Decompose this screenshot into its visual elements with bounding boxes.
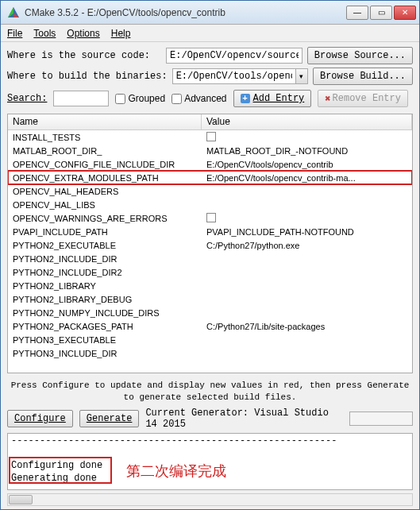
table-body[interactable]: INSTALL_TESTSMATLAB_ROOT_DIR_MATLAB_ROOT… [8, 130, 412, 373]
table-row[interactable]: PYTHON2_NUMPY_INCLUDE_DIRS [8, 306, 412, 319]
cell-name: PYTHON2_EXECUTABLE [8, 241, 202, 250]
cell-name: PYTHON2_LIBRARY_DEBUG [8, 295, 202, 304]
menu-tools[interactable]: Tools [33, 28, 56, 39]
source-label: Where is the source code: [7, 50, 150, 61]
table-row[interactable]: PVAPI_INCLUDE_PATHPVAPI_INCLUDE_PATH-NOT… [8, 225, 412, 238]
generator-label: Current Generator: Visual Studio 14 2015 [145, 408, 343, 430]
cell-value [202, 132, 412, 143]
close-button[interactable]: ✕ [394, 6, 416, 20]
column-value[interactable]: Value [202, 114, 412, 129]
cell-name: PYTHON2_INCLUDE_DIR [8, 254, 202, 264]
x-icon: ✖ [325, 93, 330, 105]
cell-name: PYTHON2_NUMPY_INCLUDE_DIRS [8, 308, 202, 318]
maximize-button[interactable]: ▭ [370, 6, 392, 20]
cell-name: PYTHON2_INCLUDE_DIR2 [8, 268, 202, 277]
advanced-checkbox[interactable]: Advanced [171, 93, 226, 104]
cell-name: OPENCV_HAL_HEADERS [8, 187, 202, 196]
annotation-box [9, 457, 112, 484]
cmake-icon [7, 6, 20, 19]
plus-icon: + [241, 94, 250, 103]
cell-value [202, 213, 412, 224]
cell-name: INSTALL_TESTS [8, 133, 202, 142]
titlebar: CMake 3.5.2 - E:/OpenCV/tools/opencv_con… [1, 1, 419, 25]
table-row[interactable]: PYTHON2_INCLUDE_DIR [8, 252, 412, 265]
cell-name: OPENCV_EXTRA_MODULES_PATH [8, 173, 202, 183]
hint-text: Press Configure to update and display ne… [7, 377, 413, 404]
build-dropdown-icon[interactable]: ▾ [295, 68, 308, 84]
generate-button[interactable]: Generate [79, 410, 140, 427]
cell-name: MATLAB_ROOT_DIR_ [8, 146, 202, 156]
variables-table: Name Value INSTALL_TESTSMATLAB_ROOT_DIR_… [7, 114, 413, 373]
menubar: File Tools Options Help [1, 25, 419, 42]
table-row[interactable]: PYTHON2_INCLUDE_DIR2 [8, 265, 412, 279]
cell-value: E:/OpenCV/tools/opencv_contrib [202, 160, 412, 169]
table-row[interactable]: OPENCV_WARNINGS_ARE_ERRORS [8, 211, 412, 225]
menu-options[interactable]: Options [67, 28, 99, 39]
table-row[interactable]: PYTHON2_LIBRARY_DEBUG [8, 292, 412, 306]
table-row[interactable]: MATLAB_ROOT_DIR_MATLAB_ROOT_DIR_-NOTFOUN… [8, 144, 412, 157]
table-row[interactable]: OPENCV_HAL_LIBS [8, 198, 412, 211]
table-row[interactable]: OPENCV_HAL_HEADERS [8, 184, 412, 198]
browse-source-button[interactable]: Browse Source... [307, 47, 413, 64]
search-label: Search: [7, 93, 47, 104]
progress-bar [349, 411, 413, 426]
table-row[interactable]: PYTHON2_EXECUTABLEC:/Python27/python.exe [8, 238, 412, 252]
cell-name: PYTHON2_LIBRARY [8, 281, 202, 291]
app-window: CMake 3.5.2 - E:/OpenCV/tools/opencv_con… [0, 0, 420, 510]
cell-name: PVAPI_INCLUDE_PATH [8, 227, 202, 237]
browse-build-button[interactable]: Browse Build... [313, 68, 413, 85]
cell-name: OPENCV_HAL_LIBS [8, 200, 202, 210]
table-row[interactable]: PYTHON3_INCLUDE_DIR [8, 346, 412, 360]
cell-name: PYTHON3_EXECUTABLE [8, 335, 202, 345]
table-row[interactable]: OPENCV_EXTRA_MODULES_PATHE:/OpenCV/tools… [8, 171, 412, 184]
column-name[interactable]: Name [8, 114, 202, 129]
remove-entry-button: ✖Remove Entry [318, 90, 408, 107]
configure-button[interactable]: Configure [7, 410, 73, 427]
window-title: CMake 3.5.2 - E:/OpenCV/tools/opencv_con… [25, 7, 346, 18]
cell-value: PVAPI_INCLUDE_PATH-NOTFOUND [202, 227, 412, 237]
build-input[interactable] [172, 68, 295, 84]
search-input[interactable] [53, 91, 109, 106]
build-label: Where to build the binaries: [7, 71, 168, 82]
menu-file[interactable]: File [7, 28, 22, 39]
table-row[interactable]: INSTALL_TESTS [8, 130, 412, 144]
add-entry-button[interactable]: +Add Entry [233, 90, 312, 107]
source-input[interactable] [166, 48, 302, 64]
cell-value: C:/Python27/python.exe [202, 241, 412, 250]
cell-value: C:/Python27/Lib/site-packages [202, 322, 412, 331]
annotation-text: 第二次编译完成 [126, 462, 226, 481]
cell-name: PYTHON2_PACKAGES_PATH [8, 322, 202, 331]
table-row[interactable]: OPENCV_CONFIG_FILE_INCLUDE_DIRE:/OpenCV/… [8, 157, 412, 171]
grouped-checkbox[interactable]: Grouped [115, 93, 165, 104]
table-row[interactable]: PYTHON2_LIBRARY [8, 279, 412, 292]
menu-help[interactable]: Help [111, 28, 131, 39]
table-row[interactable]: PYTHON2_PACKAGES_PATHC:/Python27/Lib/sit… [8, 319, 412, 333]
cell-value: MATLAB_ROOT_DIR_-NOTFOUND [202, 146, 412, 156]
cell-name: OPENCV_WARNINGS_ARE_ERRORS [8, 214, 202, 223]
horizontal-scrollbar[interactable] [7, 493, 413, 506]
cell-name: OPENCV_CONFIG_FILE_INCLUDE_DIR [8, 160, 202, 169]
minimize-button[interactable]: — [346, 6, 368, 20]
cell-name: PYTHON3_INCLUDE_DIR [8, 349, 202, 358]
cell-value: E:/OpenCV/tools/opencv_contrib-ma... [202, 173, 412, 183]
table-row[interactable]: PYTHON3_EXECUTABLE [8, 333, 412, 346]
checkbox-icon[interactable] [206, 132, 216, 141]
checkbox-icon[interactable] [206, 213, 216, 222]
